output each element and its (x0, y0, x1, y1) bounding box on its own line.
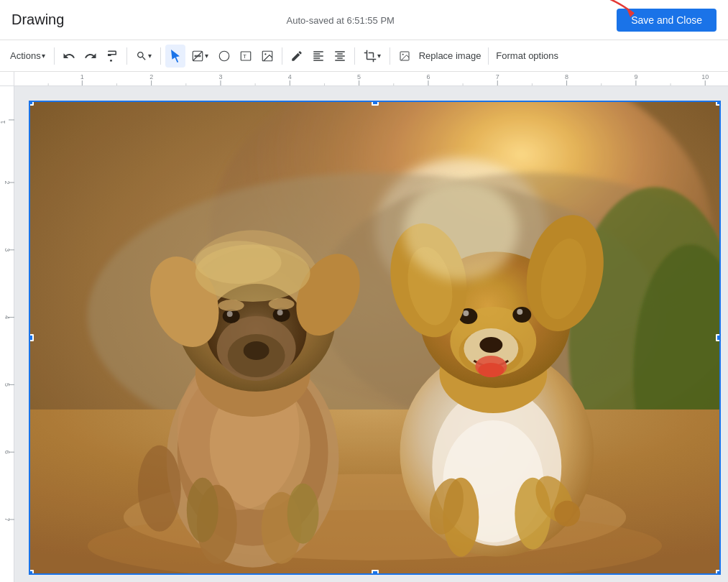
image-button[interactable] (257, 45, 277, 68)
zoom-button[interactable]: ▾ (132, 45, 156, 68)
redo-button[interactable] (80, 45, 101, 68)
content-area: 1 2 3 4 5 6 7 8 (0, 72, 728, 582)
svg-text:7: 7 (496, 73, 499, 80)
toolbar-divider-6 (390, 47, 390, 65)
align-left-button[interactable] (308, 45, 328, 68)
svg-text:5: 5 (357, 73, 361, 80)
toolbar-divider-7 (488, 47, 489, 65)
ruler-corner (0, 72, 14, 86)
canvas-content (14, 86, 728, 582)
paint-format-button[interactable] (102, 45, 122, 68)
image-icon-toolbar (261, 50, 274, 63)
toolbar-divider-3 (160, 47, 161, 65)
header-left: Drawing (11, 11, 64, 28)
svg-point-2 (219, 51, 229, 61)
svg-text:6: 6 (426, 73, 430, 80)
svg-text:1: 1 (80, 73, 84, 80)
actions-dropdown-arrow: ▾ (42, 52, 45, 60)
app: Drawing Auto-saved at 6:51:55 PM Save an… (0, 0, 728, 582)
svg-point-6 (264, 53, 266, 55)
ruler-left-bar: 1 2 3 4 5 6 7 (0, 86, 14, 582)
dogs-photo-svg (30, 102, 719, 573)
replace-image-button[interactable] (395, 45, 415, 68)
svg-text:6: 6 (4, 451, 11, 454)
pencil-button[interactable] (287, 45, 307, 68)
svg-text:4: 4 (288, 73, 292, 80)
crop-dropdown-arrow: ▾ (377, 52, 381, 60)
autosave-status: Auto-saved at 6:51:55 PM (287, 14, 395, 27)
handle-top-center[interactable] (372, 101, 379, 106)
align-icon (312, 50, 325, 63)
line-icon (191, 50, 204, 63)
handle-top-right[interactable] (716, 101, 721, 106)
toolbar-divider-5 (354, 47, 355, 65)
undo-button[interactable] (59, 45, 79, 68)
svg-text:4: 4 (4, 315, 11, 319)
zoom-icon (136, 50, 147, 62)
line-dropdown-arrow: ▾ (205, 52, 208, 60)
handle-bottom-center[interactable] (372, 570, 379, 575)
handle-left-center[interactable] (29, 334, 34, 341)
svg-text:3: 3 (4, 248, 11, 251)
replace-image-icon (399, 50, 410, 62)
format-options-label[interactable]: Format options (493, 45, 561, 68)
handle-right-center[interactable] (716, 334, 721, 341)
ruler-row: 1 2 3 4 5 6 7 8 (0, 72, 728, 86)
handle-bottom-right[interactable] (716, 570, 721, 575)
ruler-top-svg: 1 2 3 4 5 6 7 8 (14, 72, 728, 86)
header: Drawing Auto-saved at 6:51:55 PM Save an… (0, 0, 728, 40)
textbox-icon: T (239, 50, 252, 63)
crop-icon (364, 50, 377, 63)
handle-bottom-left[interactable] (29, 570, 34, 575)
svg-text:T: T (243, 53, 246, 60)
redo-icon (84, 50, 97, 63)
zoom-dropdown-arrow: ▾ (148, 52, 152, 60)
autosave-text: Auto-saved at 6:51:55 PM (287, 15, 395, 26)
select-icon (169, 50, 182, 63)
svg-text:1: 1 (0, 120, 6, 124)
toolbar-divider-4 (282, 47, 282, 65)
shape-tool-button[interactable] (214, 45, 234, 68)
shape-icon (218, 50, 231, 63)
actions-label: Actions (10, 50, 41, 61)
ruler-top-bar: 1 2 3 4 5 6 7 8 (14, 72, 728, 86)
svg-text:5: 5 (4, 383, 11, 387)
align-center-button[interactable] (330, 45, 350, 68)
paint-format-icon (106, 50, 119, 63)
align-center-icon (333, 50, 346, 63)
svg-text:10: 10 (701, 73, 709, 80)
main-row: 1 2 3 4 5 6 7 (0, 86, 728, 582)
svg-point-8 (402, 53, 403, 55)
toolbar-divider-2 (126, 47, 127, 65)
svg-rect-114 (30, 102, 719, 573)
replace-image-label[interactable]: Replace image (416, 45, 484, 68)
save-area: Save and Close (617, 9, 717, 32)
toolbar-divider-1 (54, 47, 55, 65)
svg-text:2: 2 (4, 180, 11, 184)
select-tool-button[interactable] (165, 45, 185, 68)
undo-icon (63, 50, 75, 63)
svg-text:8: 8 (565, 73, 568, 80)
drawing-area: 1 2 3 4 5 6 7 8 (0, 72, 728, 582)
toolbar: Actions ▾ ▾ ▾ (0, 40, 728, 72)
actions-button[interactable]: Actions ▾ (6, 45, 50, 68)
textbox-button[interactable]: T (236, 45, 256, 68)
svg-text:2: 2 (149, 73, 153, 80)
crop-button[interactable]: ▾ (359, 45, 385, 68)
svg-text:3: 3 (218, 73, 222, 80)
app-title: Drawing (11, 11, 64, 28)
handle-top-left[interactable] (29, 101, 34, 106)
svg-text:7: 7 (4, 517, 11, 521)
image-canvas[interactable] (29, 101, 721, 575)
line-tool-button[interactable]: ▾ (187, 45, 213, 68)
svg-point-115 (403, 180, 518, 280)
save-close-button[interactable]: Save and Close (617, 9, 717, 32)
svg-text:9: 9 (634, 73, 637, 80)
pencil-icon (290, 50, 303, 63)
ruler-left-svg: 1 2 3 4 5 6 7 (0, 86, 14, 568)
